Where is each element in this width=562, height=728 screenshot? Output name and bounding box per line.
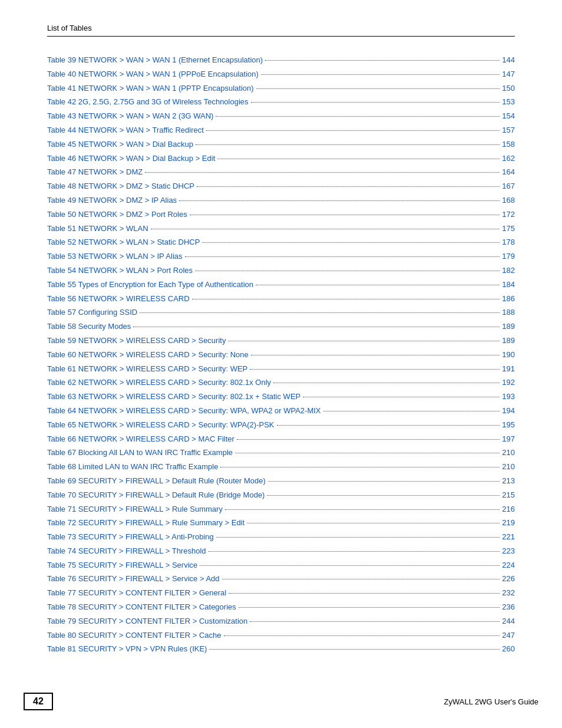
toc-link[interactable]: Table 61 NETWORK > WIRELESS CARD > Secur…	[47, 363, 247, 375]
toc-link[interactable]: Table 79 SECURITY > CONTENT FILTER > Cus…	[47, 615, 247, 628]
toc-link[interactable]: Table 43 NETWORK > WAN > WAN 2 (3G WAN)	[47, 110, 213, 123]
toc-link[interactable]: Table 62 NETWORK > WIRELESS CARD > Secur…	[47, 377, 271, 389]
toc-dots	[200, 565, 500, 566]
toc-link[interactable]: Table 47 NETWORK > DMZ	[47, 166, 143, 179]
toc-item: Table 58 Security Modes189	[47, 321, 515, 333]
toc-link[interactable]: Table 52 NETWORK > WLAN > Static DHCP	[47, 236, 200, 249]
toc-link[interactable]: Table 51 NETWORK > WLAN	[47, 223, 148, 235]
toc-page-number: 226	[502, 573, 515, 585]
toc-page-number: 224	[502, 559, 515, 572]
toc-item: Table 61 NETWORK > WIRELESS CARD > Secur…	[47, 363, 515, 375]
toc-dots	[209, 551, 500, 552]
toc-page-number: 158	[502, 139, 515, 151]
toc-page-number: 147	[502, 68, 515, 81]
toc-link[interactable]: Table 39 NETWORK > WAN > WAN 1 (Ethernet…	[47, 54, 263, 67]
toc-item: Table 60 NETWORK > WIRELESS CARD > Secur…	[47, 349, 515, 361]
toc-page-number: 150	[502, 83, 515, 95]
toc-page-number: 247	[502, 630, 515, 642]
toc-link[interactable]: Table 67 Blocking All LAN to WAN IRC Tra…	[47, 447, 233, 459]
toc-page-number: 210	[502, 461, 515, 473]
toc-link[interactable]: Table 69 SECURITY > FIREWALL > Default R…	[47, 475, 266, 487]
toc-link[interactable]: Table 49 NETWORK > DMZ > IP Alias	[47, 195, 177, 207]
toc-page-number: 189	[502, 335, 515, 347]
toc-item: Table 78 SECURITY > CONTENT FILTER > Cat…	[47, 601, 515, 614]
toc-item: Table 57 Configuring SSID188	[47, 307, 515, 319]
toc-link[interactable]: Table 81 SECURITY > VPN > VPN Rules (IKE…	[47, 643, 207, 655]
toc-link[interactable]: Table 57 Configuring SSID	[47, 307, 137, 319]
toc-dots	[247, 523, 500, 523]
toc-dots	[222, 579, 500, 579]
toc-dots	[235, 453, 500, 453]
toc-link[interactable]: Table 50 NETWORK > DMZ > Port Roles	[47, 209, 187, 221]
toc-dots	[190, 215, 500, 215]
toc-link[interactable]: Table 76 SECURITY > FIREWALL > Service >…	[47, 573, 220, 585]
toc-dots	[225, 509, 500, 510]
toc-item: Table 55 Types of Encryption for Each Ty…	[47, 279, 515, 291]
toc-dots	[261, 74, 500, 75]
toc-page-number: 192	[502, 377, 515, 389]
toc-item: Table 43 NETWORK > WAN > WAN 2 (3G WAN)1…	[47, 110, 515, 123]
toc-dots	[303, 397, 500, 397]
toc-item: Table 63 NETWORK > WIRELESS CARD > Secur…	[47, 391, 515, 403]
toc-link[interactable]: Table 54 NETWORK > WLAN > Port Roles	[47, 265, 193, 277]
toc-link[interactable]: Table 53 NETWORK > WLAN > IP Alias	[47, 251, 183, 263]
toc-link[interactable]: Table 58 Security Modes	[47, 321, 131, 333]
toc-dots	[237, 439, 500, 440]
toc-link[interactable]: Table 40 NETWORK > WAN > WAN 1 (PPPoE En…	[47, 68, 259, 81]
toc-link[interactable]: Table 41 NETWORK > WAN > WAN 1 (PPTP Enc…	[47, 83, 254, 95]
toc-link[interactable]: Table 74 SECURITY > FIREWALL > Threshold	[47, 545, 206, 558]
toc-link[interactable]: Table 44 NETWORK > WAN > Traffic Redirec…	[47, 124, 204, 137]
footer-title: ZyWALL 2WG User's Guide	[444, 697, 538, 706]
toc-item: Table 42 2G, 2.5G, 2.75G and 3G of Wirel…	[47, 96, 515, 108]
toc-page-number: 236	[502, 601, 515, 614]
toc-page-number: 219	[502, 517, 515, 529]
toc-link[interactable]: Table 65 NETWORK > WIRELESS CARD > Secur…	[47, 419, 275, 431]
toc-dots	[140, 312, 500, 313]
toc-link[interactable]: Table 48 NETWORK > DMZ > Static DHCP	[47, 180, 194, 193]
toc-link[interactable]: Table 60 NETWORK > WIRELESS CARD > Secur…	[47, 349, 249, 361]
toc-dots	[133, 327, 500, 327]
toc-link[interactable]: Table 78 SECURITY > CONTENT FILTER > Cat…	[47, 601, 236, 614]
toc-link[interactable]: Table 75 SECURITY > FIREWALL > Service	[47, 559, 197, 572]
toc-page-number: 153	[502, 96, 515, 108]
toc-link[interactable]: Table 59 NETWORK > WIRELESS CARD > Secur…	[47, 335, 226, 347]
toc-dots	[216, 537, 500, 538]
toc-page-number: 162	[502, 153, 515, 165]
toc-link[interactable]: Table 56 NETWORK > WIRELESS CARD	[47, 293, 190, 305]
toc-link[interactable]: Table 70 SECURITY > FIREWALL > Default R…	[47, 489, 265, 502]
toc-dots	[145, 172, 500, 173]
toc-link[interactable]: Table 55 Types of Encryption for Each Ty…	[47, 279, 253, 291]
toc-link[interactable]: Table 80 SECURITY > CONTENT FILTER > Cac…	[47, 630, 222, 642]
toc-link[interactable]: Table 45 NETWORK > WAN > Dial Backup	[47, 139, 193, 151]
toc-link[interactable]: Table 71 SECURITY > FIREWALL > Rule Summ…	[47, 503, 223, 516]
page-header: List of Tables	[47, 24, 515, 37]
toc-dots	[265, 60, 500, 61]
footer-page-number: 42	[24, 693, 53, 710]
toc-item: Table 81 SECURITY > VPN > VPN Rules (IKE…	[47, 643, 515, 655]
toc-dots	[220, 467, 500, 467]
toc-dots	[323, 411, 500, 411]
toc-item: Table 62 NETWORK > WIRELESS CARD > Secur…	[47, 377, 515, 389]
toc-link[interactable]: Table 66 NETWORK > WIRELESS CARD > MAC F…	[47, 433, 234, 446]
toc-link[interactable]: Table 68 Limited LAN to WAN IRC Traffic …	[47, 461, 218, 473]
toc-dots	[206, 130, 500, 131]
toc-dots	[277, 425, 500, 426]
toc-dots	[216, 116, 500, 117]
toc-link[interactable]: Table 63 NETWORK > WIRELESS CARD > Secur…	[47, 391, 300, 403]
toc-dots	[228, 341, 500, 341]
toc-list: Table 39 NETWORK > WAN > WAN 1 (Ethernet…	[47, 54, 515, 655]
toc-link[interactable]: Table 64 NETWORK > WIRELESS CARD > Secur…	[47, 405, 321, 417]
toc-dots	[256, 88, 500, 89]
toc-page-number: 178	[502, 236, 515, 249]
toc-page-number: 223	[502, 545, 515, 558]
toc-dots	[209, 649, 500, 650]
toc-link[interactable]: Table 46 NETWORK > WAN > Dial Backup > E…	[47, 153, 215, 165]
header-text: List of Tables	[47, 24, 92, 32]
toc-page-number: 179	[502, 251, 515, 263]
toc-link[interactable]: Table 72 SECURITY > FIREWALL > Rule Summ…	[47, 517, 244, 529]
toc-link[interactable]: Table 73 SECURITY > FIREWALL > Anti-Prob…	[47, 531, 214, 543]
toc-link[interactable]: Table 42 2G, 2.5G, 2.75G and 3G of Wirel…	[47, 96, 249, 108]
toc-link[interactable]: Table 77 SECURITY > CONTENT FILTER > Gen…	[47, 587, 226, 599]
toc-item: Table 47 NETWORK > DMZ164	[47, 166, 515, 179]
toc-dots	[229, 593, 500, 594]
